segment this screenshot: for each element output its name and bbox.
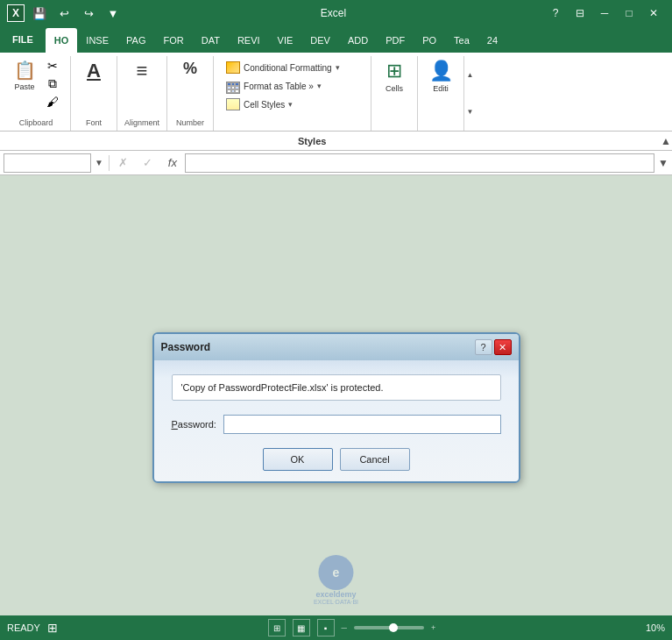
ribbon-group-clipboard: 📋 Paste ✂ ⧉ 🖌 Clipboard (2, 56, 71, 131)
format-painter-button[interactable]: 🖌 (42, 94, 63, 110)
cell-styles-button[interactable]: Cell Styles ▾ (221, 96, 364, 112)
alignment-label: Alignment (124, 118, 159, 129)
ribbon-scroll[interactable]: ▲ ▼ (463, 56, 476, 131)
ribbon-group-styles: Conditional Formatting ▾ Format a (214, 56, 371, 131)
tab-file[interactable]: FILE (0, 26, 46, 53)
cut-icon: ✂ (47, 59, 58, 73)
dialog-close-btn[interactable]: ✕ (494, 339, 512, 355)
format-painter-icon: 🖌 (46, 95, 59, 109)
tab-home[interactable]: HO (46, 28, 78, 53)
cancel-button[interactable]: Cancel (340, 448, 410, 471)
password-dialog: Password ? ✕ 'Copy of PasswordProtectFil… (152, 332, 520, 483)
font-items: A (78, 58, 110, 118)
conditional-formatting-label: Conditional Formatting (244, 63, 332, 73)
cells-icon: ⊞ (386, 60, 402, 82)
tab-pdf[interactable]: PDF (377, 28, 414, 53)
format-as-table-label: Format as Table » (244, 82, 314, 91)
dialog-body: 'Copy of PasswordProtectFile.xlsx' is pr… (154, 360, 519, 481)
ok-button[interactable]: OK (263, 448, 333, 471)
cell-styles-icon (226, 98, 240, 110)
cells-label: Cells (386, 84, 403, 93)
cells-items: ⊞ Cells (378, 58, 410, 129)
close-btn[interactable]: ✕ (642, 4, 665, 23)
styles-label-bar: Styles ▲ (0, 132, 672, 151)
styles-label-text: Styles (298, 136, 326, 146)
format-as-table-icon (226, 78, 240, 94)
editing-items: 👤 Editi (425, 58, 456, 129)
tab-review[interactable]: REVI (229, 28, 269, 53)
paste-button[interactable]: 📋 Paste (9, 58, 40, 93)
name-box-dropdown[interactable]: ▼ (95, 158, 103, 167)
scroll-up-icon: ▲ (467, 71, 474, 79)
tab-page[interactable]: PAG (117, 28, 154, 53)
customize-quick-btn[interactable]: ▼ (103, 4, 123, 23)
password-label-underline: P (172, 419, 178, 430)
paste-label: Paste (14, 82, 34, 91)
tab-data[interactable]: DAT (193, 28, 229, 53)
alignment-icon: ≡ (137, 60, 148, 82)
font-icon: A (87, 60, 101, 82)
help-btn[interactable]: ? (544, 4, 567, 23)
dialog-titlebar: Password ? ✕ (154, 334, 519, 360)
fx-label[interactable]: fx (164, 156, 181, 169)
name-box[interactable] (4, 153, 91, 173)
dialog-field: Password: (172, 415, 501, 434)
ribbon-group-alignment: ≡ Alignment (117, 56, 167, 131)
collapse-btn[interactable]: ▲ (660, 135, 672, 147)
cancel-icon[interactable]: ✗ (115, 156, 132, 169)
title-bar-left: X 💾 ↩ ↪ ▼ (7, 4, 123, 23)
dialog-help-btn[interactable]: ? (475, 339, 492, 355)
clipboard-label: Clipboard (19, 118, 53, 129)
ribbon-toggle-btn[interactable]: ⊟ (569, 4, 591, 23)
spreadsheet-area[interactable]: Password ? ✕ 'Copy of PasswordProtectFil… (0, 175, 672, 640)
number-icon: % (183, 60, 197, 79)
conditional-formatting-arrow: ▾ (336, 63, 340, 72)
scroll-down-icon: ▼ (467, 108, 474, 116)
copy-button[interactable]: ⧉ (42, 75, 63, 92)
styles-items: Conditional Formatting ▾ Format a (221, 58, 364, 129)
cells-button[interactable]: ⊞ Cells (378, 58, 410, 95)
font-button[interactable]: A (78, 58, 110, 84)
formula-expand-btn[interactable]: ▼ (658, 157, 668, 169)
alignment-items: ≡ (126, 58, 158, 118)
cell-styles-label: Cell Styles (244, 100, 285, 110)
copy-icon: ⧉ (48, 76, 57, 91)
tab-dev[interactable]: DEV (301, 28, 339, 53)
save-quick-btn[interactable]: 💾 (30, 4, 49, 23)
app-title: Excel (123, 7, 544, 19)
undo-quick-btn[interactable]: ↩ (54, 4, 74, 23)
tab-formulas[interactable]: FOR (154, 28, 192, 53)
number-button[interactable]: % (174, 58, 206, 81)
tab-add[interactable]: ADD (339, 28, 377, 53)
redo-quick-btn[interactable]: ↪ (79, 4, 98, 23)
maximize-btn[interactable]: □ (618, 4, 640, 23)
editing-button[interactable]: 👤 Editi (425, 58, 456, 95)
tab-view[interactable]: VIE (269, 28, 302, 53)
window-controls: ? ⊟ ─ □ ✕ (544, 4, 665, 23)
conditional-formatting-button[interactable]: Conditional Formatting ▾ (221, 60, 364, 75)
dialog-buttons: OK Cancel (172, 448, 501, 471)
password-input[interactable] (223, 415, 501, 434)
conditional-formatting-icon (226, 61, 240, 74)
ribbon-content: 📋 Paste ✂ ⧉ 🖌 Clipboard (0, 53, 672, 132)
number-label: Number (176, 118, 204, 129)
tab-po[interactable]: PO (414, 28, 445, 53)
minimize-btn[interactable]: ─ (593, 4, 616, 23)
formula-input[interactable] (185, 153, 654, 173)
number-items: % (174, 58, 206, 118)
dialog-title-icons: ? ✕ (475, 339, 512, 355)
ribbon-group-cells: ⊞ Cells (371, 56, 418, 131)
excel-logo: X (7, 4, 25, 22)
password-label-rest: assword: (178, 419, 216, 430)
editing-label: Editi (433, 84, 449, 93)
tab-insert[interactable]: INSE (77, 28, 117, 53)
formula-bar: ▼ ✗ ✓ fx ▼ (0, 151, 672, 175)
tab-more[interactable]: 24 (478, 28, 506, 53)
tab-tea[interactable]: Tea (445, 28, 478, 53)
password-label: Password: (172, 419, 216, 430)
cut-button[interactable]: ✂ (42, 58, 63, 74)
format-as-table-button[interactable]: Format as Table » ▾ (221, 76, 364, 96)
clipboard-small-btns: ✂ ⧉ 🖌 (42, 58, 63, 110)
enter-icon[interactable]: ✓ (139, 156, 157, 169)
alignment-button[interactable]: ≡ (126, 58, 158, 84)
